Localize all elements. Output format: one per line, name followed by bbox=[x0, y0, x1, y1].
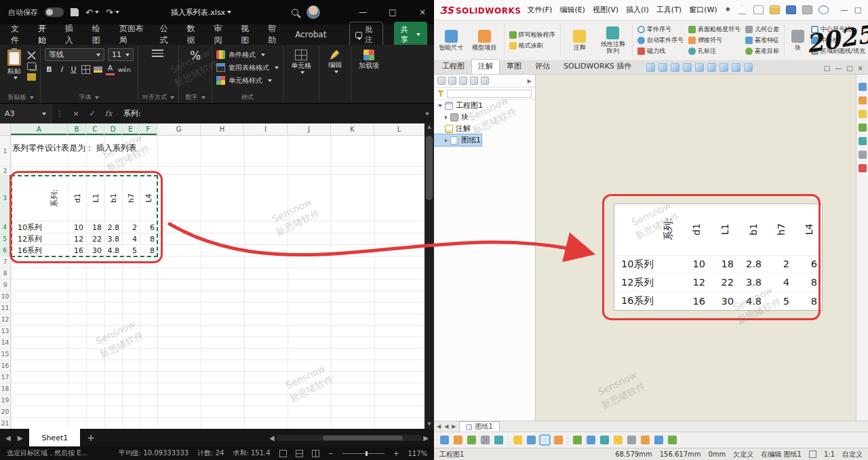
column-header-d[interactable]: D bbox=[104, 123, 122, 135]
scroll-up-icon[interactable]: ▲ bbox=[427, 124, 431, 130]
circle-tool[interactable] bbox=[494, 436, 503, 444]
sw-menu-window[interactable]: 窗口(W) bbox=[689, 5, 717, 15]
measure-tool[interactable] bbox=[668, 436, 677, 444]
sw-maximize-button[interactable]: □ bbox=[854, 0, 861, 20]
tab-addins[interactable]: SOLIDWORKS 插件 bbox=[557, 59, 638, 74]
linear-note-pattern-button[interactable]: 线性注释阵列 bbox=[599, 22, 627, 58]
row-header[interactable]: 3 bbox=[0, 175, 11, 221]
spreadsheet-grid[interactable]: A B C D E F G H I J K L 1 2 3 4 5 6 7 8 … bbox=[0, 123, 434, 429]
save-icon-sw[interactable] bbox=[786, 5, 796, 14]
column-header-k[interactable]: K bbox=[331, 123, 374, 135]
spell-checker-button[interactable]: 拼写检验程序 bbox=[509, 31, 555, 39]
doc-restore-icon[interactable]: □ bbox=[824, 64, 830, 72]
note-button[interactable]: 注释 bbox=[566, 22, 594, 58]
column-header-j[interactable]: J bbox=[288, 123, 331, 135]
dimension-tool[interactable] bbox=[467, 436, 476, 444]
comments-button[interactable]: 批注 bbox=[349, 22, 383, 47]
zoom-area-icon[interactable] bbox=[658, 63, 667, 72]
status-units[interactable]: 自定义 bbox=[842, 450, 863, 459]
horizontal-scrollbar[interactable]: ◀ ▶ bbox=[269, 434, 429, 442]
offset-tool[interactable] bbox=[587, 436, 595, 444]
sw-menu-view[interactable]: 视图(V) bbox=[593, 5, 618, 15]
edit-appearance-icon[interactable] bbox=[732, 63, 741, 72]
section-view-icon[interactable] bbox=[683, 63, 692, 72]
status-scale[interactable]: 1:1 bbox=[824, 451, 835, 458]
filter-icon[interactable] bbox=[437, 90, 444, 97]
print-icon[interactable] bbox=[802, 5, 812, 14]
doc-maximize-icon[interactable]: □ bbox=[846, 64, 852, 72]
new-document-icon[interactable] bbox=[753, 5, 764, 14]
home-icon[interactable] bbox=[737, 5, 747, 14]
fill-color-icon[interactable] bbox=[94, 66, 102, 73]
column-header-l[interactable]: L bbox=[374, 123, 425, 135]
column-header-i[interactable]: I bbox=[244, 123, 288, 135]
line-tool[interactable] bbox=[481, 436, 490, 444]
conditional-format-button[interactable]: 条件格式 bbox=[216, 48, 265, 61]
row-header[interactable]: 21 bbox=[0, 418, 11, 429]
help-icon[interactable] bbox=[818, 5, 829, 14]
display-style-icon[interactable] bbox=[707, 63, 716, 72]
auto-balloon-button[interactable]: 自动零件序号 bbox=[637, 36, 684, 45]
row-header[interactable]: 12 bbox=[0, 314, 11, 325]
geometric-tolerance-button[interactable]: 几何公差 bbox=[745, 25, 779, 34]
tree-item-sheet1[interactable]: 图纸1 bbox=[434, 134, 481, 146]
column-header-c[interactable]: C bbox=[86, 123, 104, 135]
zoom-in-icon[interactable]: + bbox=[393, 450, 399, 457]
underline-button[interactable]: U bbox=[69, 65, 78, 75]
menu-tab-acrobat[interactable]: Acrobat bbox=[294, 25, 328, 44]
next-sheet-icon[interactable]: ▶ bbox=[18, 434, 23, 442]
pin-menu-icon[interactable]: ∗ bbox=[725, 5, 731, 15]
trim-tool[interactable] bbox=[554, 436, 563, 444]
confirm-entry-icon[interactable]: ✓ bbox=[84, 109, 100, 118]
sw-menu-insert[interactable]: 插入(I) bbox=[626, 5, 649, 15]
tab-drawing[interactable]: 工程图 bbox=[435, 59, 471, 74]
italic-button[interactable]: I bbox=[57, 65, 66, 75]
mirror-tool[interactable] bbox=[600, 436, 609, 444]
forum-icon[interactable] bbox=[859, 164, 867, 172]
pattern-tool[interactable] bbox=[614, 436, 623, 444]
sheet-tab-sheet1[interactable]: Sheet1 bbox=[29, 429, 80, 446]
appearances-icon[interactable] bbox=[859, 137, 867, 145]
zoom-level[interactable]: 117% bbox=[408, 450, 427, 457]
convert-entities-tool[interactable] bbox=[573, 436, 582, 444]
row-header[interactable]: 2 bbox=[0, 167, 11, 174]
column-header-h[interactable]: H bbox=[201, 123, 244, 135]
datum-feature-button[interactable]: 基准特征 bbox=[745, 36, 779, 45]
tree-item-blocks[interactable]: 块 bbox=[434, 111, 535, 123]
sw-menu-tools[interactable]: 工具(T) bbox=[656, 5, 682, 15]
save-icon[interactable] bbox=[71, 8, 79, 16]
tree-item-drawing1[interactable]: 工程图1 bbox=[434, 100, 535, 111]
row-header[interactable]: 16 bbox=[0, 360, 11, 371]
select-all-corner[interactable] bbox=[0, 123, 11, 135]
vertical-scrollbar[interactable]: ▲ ▼ bbox=[425, 123, 434, 429]
sw-design-table[interactable]: 系列: d1 L1 b1 h7 L4 10系列 10 18 2.8 2 6 bbox=[614, 204, 823, 311]
doc-close-icon[interactable]: × bbox=[858, 64, 863, 72]
close-button[interactable]: × bbox=[411, 0, 434, 24]
row-header[interactable]: 17 bbox=[0, 372, 11, 383]
hole-callout-button[interactable]: 孔标注 bbox=[688, 47, 741, 56]
page-layout-view-icon[interactable] bbox=[296, 450, 303, 457]
centerline-button[interactable]: 中心线 bbox=[811, 36, 865, 45]
phonetic-guide-icon[interactable]: wén bbox=[118, 65, 131, 75]
page-break-view-icon[interactable] bbox=[312, 450, 319, 457]
cell-name-box[interactable]: A3 bbox=[0, 104, 52, 123]
column-header-a[interactable]: A bbox=[11, 123, 68, 135]
add-sheet-button[interactable]: + bbox=[87, 432, 95, 443]
feature-tree-tab-icon[interactable] bbox=[437, 77, 446, 85]
sw-menu-file[interactable]: 文件(F) bbox=[527, 5, 552, 15]
view-palette-icon[interactable] bbox=[859, 123, 867, 132]
sw-menu-edit[interactable]: 编辑(E) bbox=[559, 5, 585, 15]
spline-tool[interactable] bbox=[527, 436, 536, 444]
row-header[interactable]: 14 bbox=[0, 337, 11, 348]
row-header[interactable]: 10 bbox=[0, 291, 11, 302]
expand-icon[interactable] bbox=[445, 115, 448, 119]
move-tool[interactable] bbox=[627, 436, 636, 444]
first-sheet-icon[interactable]: ◀ bbox=[437, 423, 441, 429]
expand-icon[interactable] bbox=[445, 138, 448, 142]
formula-expand-icon[interactable] bbox=[418, 109, 434, 118]
view-orientation-tool[interactable] bbox=[440, 436, 449, 444]
hscroll-right-icon[interactable]: ▶ bbox=[423, 434, 429, 442]
row-header[interactable]: 11 bbox=[0, 303, 11, 313]
formula-value[interactable]: 系列: bbox=[117, 109, 418, 119]
custom-properties-icon[interactable] bbox=[859, 151, 867, 159]
